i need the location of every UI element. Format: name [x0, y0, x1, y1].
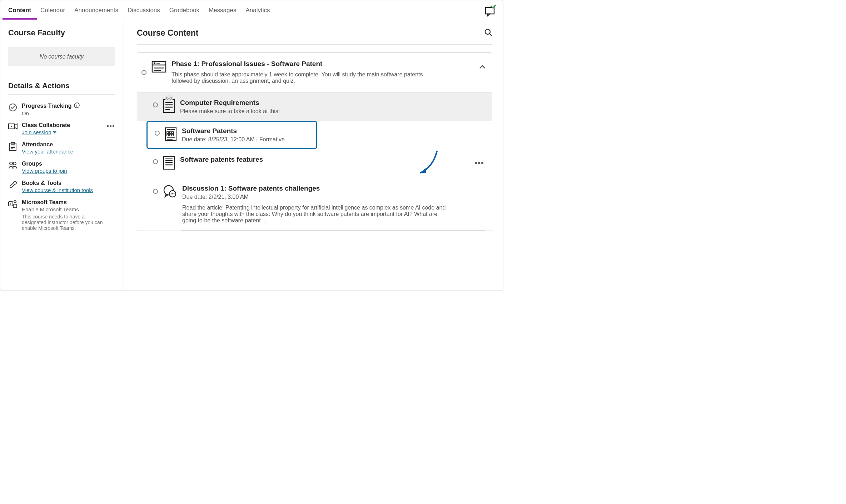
da-groups: Groups View groups to join [8, 158, 115, 177]
sidebar: Course Faculty No course faculty Details… [0, 20, 124, 291]
chat-assist-icon[interactable] [484, 5, 497, 18]
da-collab-title: Class Collaborate [22, 122, 70, 128]
assessment-icon [165, 127, 177, 143]
da-teams-sub: Enable Microsoft Teams [22, 206, 115, 212]
tab-calendar[interactable]: Calendar [40, 2, 65, 19]
view-attendance-link[interactable]: View your attendance [22, 148, 73, 155]
details-heading: Details & Actions [8, 81, 115, 95]
da-progress-status: On [22, 110, 115, 116]
svg-point-20 [485, 29, 490, 34]
search-icon[interactable] [484, 29, 492, 38]
svg-rect-38 [167, 132, 169, 133]
svg-point-16 [13, 162, 16, 165]
svg-rect-24 [154, 62, 155, 64]
da-attendance: Attendance View your attendance [8, 138, 115, 158]
svg-point-19 [14, 201, 16, 203]
svg-rect-42 [169, 134, 171, 136]
item-desc: Please make sure to take a look at this! [180, 108, 486, 115]
da-collaborate: Class Collaborate Join session ••• [8, 119, 115, 138]
faculty-heading: Course Faculty [8, 28, 115, 42]
highlight-software-patents: Software Patents Due date: 8/25/23, 12:0… [146, 121, 317, 149]
svg-marker-1 [487, 14, 490, 16]
collapse-button[interactable] [469, 62, 486, 72]
svg-rect-36 [167, 129, 170, 130]
collab-more-icon[interactable]: ••• [106, 122, 115, 130]
svg-rect-37 [170, 129, 175, 130]
svg-rect-41 [167, 134, 169, 136]
da-attend-title: Attendance [22, 141, 53, 148]
da-groups-title: Groups [22, 161, 42, 167]
phase-header[interactable]: Phase 1: Professional Issues - Software … [137, 53, 492, 92]
item-software-patents[interactable]: Software Patents Due date: 8/25/23, 12:0… [148, 122, 316, 148]
da-teams-desc: This course needs to have a designated i… [22, 214, 104, 231]
chevron-up-icon [479, 65, 486, 69]
tab-content[interactable]: Content [8, 2, 31, 19]
svg-rect-43 [172, 134, 174, 136]
progress-marker[interactable] [153, 189, 158, 194]
tab-discussions[interactable]: Discussions [128, 2, 160, 19]
item-title: Software Patents [182, 127, 310, 135]
progress-marker[interactable] [141, 70, 146, 75]
svg-line-21 [489, 34, 492, 36]
progress-marker[interactable] [155, 131, 160, 136]
da-progress: Progress Tracking On [8, 100, 115, 119]
folder-icon [151, 61, 166, 74]
svg-point-54 [171, 193, 172, 195]
chevron-down-icon [53, 131, 56, 134]
item-due: Due date: 8/25/23, 12:00 AM | Formative [182, 136, 310, 143]
svg-rect-40 [172, 132, 174, 133]
nav-tabs: Content Calendar Announcements Discussio… [8, 2, 270, 19]
teams-icon: T [8, 199, 18, 208]
da-progress-title: Progress Tracking [22, 103, 72, 109]
svg-point-15 [10, 162, 13, 165]
item-title: Discussion 1: Software patents challenge… [182, 185, 486, 192]
tab-analytics[interactable]: Analytics [245, 2, 270, 19]
link-badge-icon [165, 95, 173, 101]
svg-marker-8 [11, 125, 13, 127]
svg-point-55 [172, 193, 173, 195]
item-computer-requirements[interactable]: Computer Requirements Please make sure t… [137, 92, 492, 121]
discussion-icon [163, 185, 177, 200]
svg-rect-39 [169, 132, 171, 133]
video-icon [8, 122, 18, 130]
da-teams-title: Microsoft Teams [22, 199, 67, 206]
view-tools-link[interactable]: View course & institution tools [22, 187, 93, 193]
document-link-icon [163, 99, 175, 115]
course-content-heading: Course Content [137, 28, 199, 38]
svg-marker-9 [53, 131, 56, 133]
da-books-title: Books & Tools [22, 180, 61, 186]
item-discussion-1[interactable]: Discussion 1: Software patents challenge… [137, 178, 492, 230]
svg-marker-7 [15, 124, 17, 129]
content-area: Course Content Phase 1: Professional Iss… [124, 20, 503, 291]
svg-point-56 [174, 193, 175, 195]
info-icon[interactable] [74, 102, 80, 110]
svg-rect-5 [76, 104, 77, 105]
item-more-icon[interactable]: ••• [475, 158, 484, 168]
document-icon [163, 156, 175, 171]
wrench-icon [8, 180, 18, 189]
tab-gradebook[interactable]: Gradebook [169, 2, 199, 19]
tab-announcements[interactable]: Announcements [74, 2, 118, 19]
item-title: Computer Requirements [180, 99, 486, 107]
groups-icon [8, 161, 18, 169]
no-faculty-box: No course faculty [8, 47, 115, 66]
item-title: Software patents features [180, 156, 486, 163]
da-books: Books & Tools View course & institution … [8, 177, 115, 196]
phase-title: Phase 1: Professional Issues - Software … [171, 60, 486, 68]
progress-marker[interactable] [153, 102, 158, 107]
join-session-link[interactable]: Join session [22, 129, 56, 135]
phase-card: Phase 1: Professional Issues - Software … [137, 52, 492, 231]
item-due: Due date: 2/9/21, 3:00 AM [182, 194, 486, 200]
svg-rect-4 [76, 105, 77, 107]
item-desc: Read the article: Patenting intellectual… [182, 205, 447, 224]
svg-text:T: T [10, 202, 12, 206]
tab-messages[interactable]: Messages [209, 2, 236, 19]
phase-desc: This phase should take approximately 1 w… [171, 71, 429, 84]
progress-marker[interactable] [153, 159, 158, 164]
item-software-features[interactable]: Software patents features ••• [137, 149, 492, 178]
clipboard-icon [8, 141, 18, 151]
da-teams: T Microsoft Teams Enable Microsoft Teams… [8, 196, 115, 234]
view-groups-link[interactable]: View groups to join [22, 168, 67, 174]
top-nav: Content Calendar Announcements Discussio… [0, 0, 503, 20]
check-circle-icon [8, 102, 18, 112]
